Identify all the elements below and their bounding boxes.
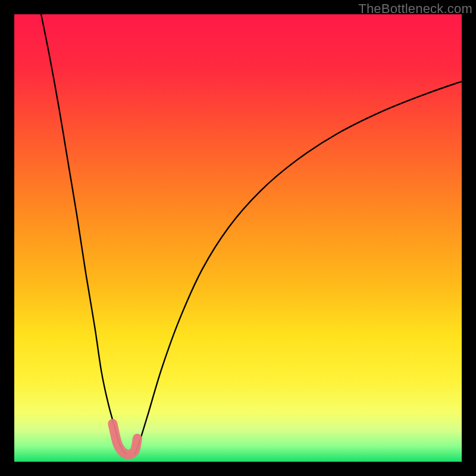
curve-layer (14, 14, 462, 462)
right-branch-path (135, 82, 462, 454)
chart-stage: TheBottleneck.com (0, 0, 476, 476)
left-branch-path (41, 14, 126, 453)
plot-area (14, 14, 462, 462)
pink-marker-path (112, 424, 137, 455)
